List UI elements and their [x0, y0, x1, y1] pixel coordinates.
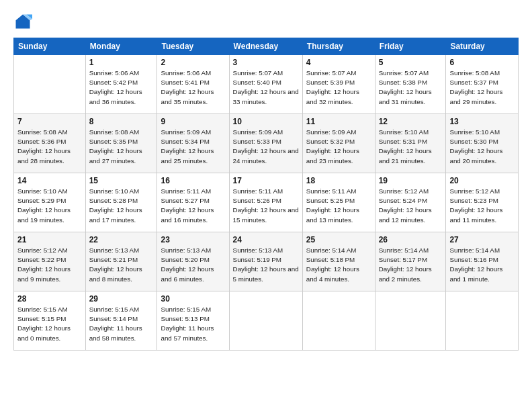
- day-number: 10: [233, 117, 299, 126]
- calendar-cell: 16Sunrise: 5:11 AMSunset: 5:27 PMDayligh…: [157, 173, 229, 232]
- calendar-cell: [375, 291, 446, 351]
- day-number: 5: [379, 58, 443, 67]
- calendar-cell: 21Sunrise: 5:12 AMSunset: 5:22 PMDayligh…: [14, 232, 86, 291]
- col-header-tuesday: Tuesday: [157, 38, 229, 55]
- day-number: 9: [161, 117, 225, 126]
- day-info: Sunrise: 5:14 AMSunset: 5:17 PMDaylight:…: [379, 246, 443, 284]
- day-info: Sunrise: 5:10 AMSunset: 5:31 PMDaylight:…: [379, 128, 443, 166]
- calendar-cell: 24Sunrise: 5:13 AMSunset: 5:19 PMDayligh…: [229, 232, 302, 291]
- day-number: 17: [233, 176, 299, 185]
- day-info: Sunrise: 5:09 AMSunset: 5:33 PMDaylight:…: [233, 128, 299, 166]
- calendar-cell: 13Sunrise: 5:10 AMSunset: 5:30 PMDayligh…: [446, 114, 519, 173]
- day-number: 3: [233, 58, 299, 67]
- calendar: SundayMondayTuesdayWednesdayThursdayFrid…: [13, 38, 519, 351]
- calendar-header-row: SundayMondayTuesdayWednesdayThursdayFrid…: [14, 38, 519, 55]
- calendar-cell: 22Sunrise: 5:13 AMSunset: 5:21 PMDayligh…: [85, 232, 157, 291]
- calendar-cell: 29Sunrise: 5:15 AMSunset: 5:14 PMDayligh…: [85, 291, 157, 351]
- day-info: Sunrise: 5:10 AMSunset: 5:29 PMDaylight:…: [17, 187, 82, 225]
- calendar-cell: 4Sunrise: 5:07 AMSunset: 5:39 PMDaylight…: [302, 55, 375, 114]
- day-number: 8: [89, 117, 154, 126]
- day-info: Sunrise: 5:06 AMSunset: 5:42 PMDaylight:…: [89, 68, 154, 107]
- calendar-week-0: 1Sunrise: 5:06 AMSunset: 5:42 PMDaylight…: [14, 55, 519, 114]
- day-number: 22: [89, 235, 154, 244]
- day-info: Sunrise: 5:08 AMSunset: 5:36 PMDaylight:…: [17, 128, 82, 166]
- calendar-cell: [302, 291, 375, 351]
- day-info: Sunrise: 5:15 AMSunset: 5:15 PMDaylight:…: [17, 305, 82, 343]
- logo: [13, 12, 35, 31]
- day-info: Sunrise: 5:13 AMSunset: 5:21 PMDaylight:…: [89, 246, 154, 284]
- day-info: Sunrise: 5:07 AMSunset: 5:39 PMDaylight:…: [306, 68, 371, 107]
- header: [13, 12, 519, 31]
- day-info: Sunrise: 5:08 AMSunset: 5:37 PMDaylight:…: [449, 68, 515, 107]
- day-number: 29: [89, 294, 154, 304]
- day-number: 23: [161, 235, 225, 244]
- day-number: 13: [449, 117, 515, 126]
- calendar-week-1: 7Sunrise: 5:08 AMSunset: 5:36 PMDaylight…: [14, 114, 519, 173]
- calendar-week-3: 21Sunrise: 5:12 AMSunset: 5:22 PMDayligh…: [14, 232, 519, 291]
- day-info: Sunrise: 5:12 AMSunset: 5:22 PMDaylight:…: [17, 246, 82, 284]
- calendar-cell: 9Sunrise: 5:09 AMSunset: 5:34 PMDaylight…: [157, 114, 229, 173]
- calendar-cell: [229, 291, 302, 351]
- day-number: 1: [89, 58, 154, 67]
- col-header-thursday: Thursday: [302, 38, 375, 55]
- day-info: Sunrise: 5:11 AMSunset: 5:27 PMDaylight:…: [161, 187, 225, 225]
- day-info: Sunrise: 5:10 AMSunset: 5:30 PMDaylight:…: [449, 128, 515, 166]
- day-info: Sunrise: 5:07 AMSunset: 5:40 PMDaylight:…: [233, 68, 299, 107]
- calendar-cell: 2Sunrise: 5:06 AMSunset: 5:41 PMDaylight…: [157, 55, 229, 114]
- calendar-cell: 1Sunrise: 5:06 AMSunset: 5:42 PMDaylight…: [85, 55, 157, 114]
- day-number: 27: [449, 235, 515, 244]
- calendar-cell: 12Sunrise: 5:10 AMSunset: 5:31 PMDayligh…: [375, 114, 446, 173]
- col-header-sunday: Sunday: [14, 38, 86, 55]
- day-number: 20: [449, 176, 515, 185]
- page: SundayMondayTuesdayWednesdayThursdayFrid…: [0, 0, 532, 411]
- calendar-cell: 7Sunrise: 5:08 AMSunset: 5:36 PMDaylight…: [14, 114, 86, 173]
- calendar-cell: 17Sunrise: 5:11 AMSunset: 5:26 PMDayligh…: [229, 173, 302, 232]
- calendar-cell: 27Sunrise: 5:14 AMSunset: 5:16 PMDayligh…: [446, 232, 519, 291]
- calendar-cell: [446, 291, 519, 351]
- col-header-friday: Friday: [375, 38, 446, 55]
- day-info: Sunrise: 5:07 AMSunset: 5:38 PMDaylight:…: [379, 68, 443, 107]
- day-number: 30: [161, 294, 225, 304]
- day-info: Sunrise: 5:13 AMSunset: 5:20 PMDaylight:…: [161, 246, 225, 284]
- calendar-cell: 6Sunrise: 5:08 AMSunset: 5:37 PMDaylight…: [446, 55, 519, 114]
- day-number: 4: [306, 58, 371, 67]
- day-number: 7: [17, 117, 82, 126]
- day-info: Sunrise: 5:08 AMSunset: 5:35 PMDaylight:…: [89, 128, 154, 166]
- day-number: 15: [89, 176, 154, 185]
- col-header-saturday: Saturday: [446, 38, 519, 55]
- calendar-cell: 15Sunrise: 5:10 AMSunset: 5:28 PMDayligh…: [85, 173, 157, 232]
- calendar-cell: 25Sunrise: 5:14 AMSunset: 5:18 PMDayligh…: [302, 232, 375, 291]
- calendar-cell: 3Sunrise: 5:07 AMSunset: 5:40 PMDaylight…: [229, 55, 302, 114]
- day-info: Sunrise: 5:15 AMSunset: 5:14 PMDaylight:…: [89, 305, 154, 343]
- calendar-cell: 10Sunrise: 5:09 AMSunset: 5:33 PMDayligh…: [229, 114, 302, 173]
- day-number: 26: [379, 235, 443, 244]
- day-info: Sunrise: 5:11 AMSunset: 5:25 PMDaylight:…: [306, 187, 371, 225]
- calendar-week-2: 14Sunrise: 5:10 AMSunset: 5:29 PMDayligh…: [14, 173, 519, 232]
- day-info: Sunrise: 5:10 AMSunset: 5:28 PMDaylight:…: [89, 187, 154, 225]
- day-info: Sunrise: 5:09 AMSunset: 5:32 PMDaylight:…: [306, 128, 371, 166]
- col-header-monday: Monday: [85, 38, 157, 55]
- day-info: Sunrise: 5:14 AMSunset: 5:16 PMDaylight:…: [449, 246, 515, 284]
- calendar-cell: 30Sunrise: 5:15 AMSunset: 5:13 PMDayligh…: [157, 291, 229, 351]
- calendar-cell: 26Sunrise: 5:14 AMSunset: 5:17 PMDayligh…: [375, 232, 446, 291]
- day-info: Sunrise: 5:11 AMSunset: 5:26 PMDaylight:…: [233, 187, 299, 225]
- day-number: 6: [449, 58, 515, 67]
- logo-icon: [13, 12, 32, 31]
- calendar-cell: 20Sunrise: 5:12 AMSunset: 5:23 PMDayligh…: [446, 173, 519, 232]
- day-number: 12: [379, 117, 443, 126]
- day-number: 21: [17, 235, 82, 244]
- day-info: Sunrise: 5:06 AMSunset: 5:41 PMDaylight:…: [161, 68, 225, 107]
- day-info: Sunrise: 5:12 AMSunset: 5:23 PMDaylight:…: [449, 187, 515, 225]
- calendar-week-4: 28Sunrise: 5:15 AMSunset: 5:15 PMDayligh…: [14, 291, 519, 351]
- day-number: 11: [306, 117, 371, 126]
- day-number: 24: [233, 235, 299, 244]
- day-number: 28: [17, 294, 82, 304]
- day-info: Sunrise: 5:15 AMSunset: 5:13 PMDaylight:…: [161, 305, 225, 343]
- calendar-cell: 11Sunrise: 5:09 AMSunset: 5:32 PMDayligh…: [302, 114, 375, 173]
- calendar-cell: 5Sunrise: 5:07 AMSunset: 5:38 PMDaylight…: [375, 55, 446, 114]
- calendar-cell: 19Sunrise: 5:12 AMSunset: 5:24 PMDayligh…: [375, 173, 446, 232]
- day-number: 19: [379, 176, 443, 185]
- day-info: Sunrise: 5:14 AMSunset: 5:18 PMDaylight:…: [306, 246, 371, 284]
- calendar-cell: 23Sunrise: 5:13 AMSunset: 5:20 PMDayligh…: [157, 232, 229, 291]
- calendar-cell: [14, 55, 86, 114]
